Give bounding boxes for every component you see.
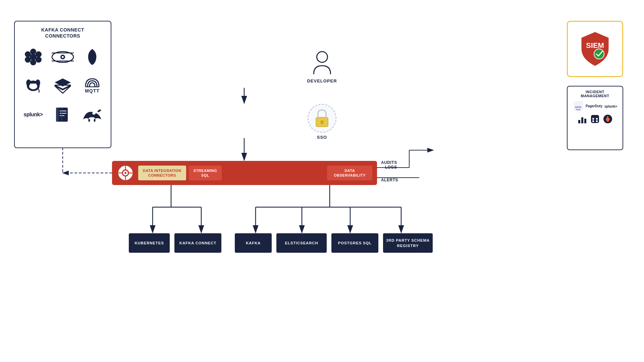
splunk-incident-logo: splunk> — [604, 103, 617, 109]
elephant-postgresql-icon — [21, 74, 45, 98]
pagerduty-logo: PagerDuty — [586, 104, 602, 108]
kubernetes-label: KUBERNETES — [135, 240, 164, 246]
sso-lock-icon — [308, 104, 336, 133]
svg-rect-60 — [591, 115, 599, 123]
schema-registry-label: 3RD PARTY SCHEMA REGISTRY — [386, 238, 430, 248]
svg-point-32 — [62, 56, 64, 58]
slack-icon — [590, 114, 600, 124]
audits-logs-label: AUDITSLOGS — [381, 160, 397, 170]
alerts-label: ALERTS — [381, 178, 398, 182]
kafka-connect-box: KAFKA CONNECTCONNECTORS cassandra — [14, 21, 111, 148]
svg-text:DOG: DOG — [576, 109, 581, 111]
svg-rect-64 — [596, 120, 598, 122]
splunk-text: splunk> — [23, 112, 43, 118]
mqtt-label: MQTT — [85, 88, 100, 94]
kubernetes-box: KUBERNETES — [129, 233, 170, 253]
incident-management-box: INCIDENTMANAGEMENT DATA DOG PagerDuty sp… — [567, 86, 623, 150]
flower-icon — [21, 45, 45, 69]
svg-rect-57 — [578, 120, 580, 123]
fire-icon — [603, 114, 613, 124]
svg-point-27 — [30, 54, 37, 60]
tab-data-integration[interactable]: DATA INTEGRATIONCONNECTORS — [138, 166, 186, 180]
incident-title: INCIDENTMANAGEMENT — [570, 90, 620, 98]
incident-logos-top: DATA DOG PagerDuty splunk> — [570, 101, 620, 111]
siem-box: SIEM — [567, 21, 623, 77]
kafka-connect-box-bottom: KAFKA CONNECT — [174, 233, 221, 253]
svg-rect-59 — [584, 119, 586, 123]
svg-text:DATA: DATA — [575, 106, 581, 108]
developer-person-icon — [310, 50, 334, 76]
book-icon — [51, 103, 75, 127]
elasticsearch-box: ELSTICSEARCH — [276, 233, 327, 253]
svg-point-66 — [317, 52, 327, 62]
postgres-sql-label: POSTGRES SQL — [338, 240, 372, 246]
kafka-box-title: KAFKA CONNECTCONNECTORS — [20, 27, 105, 39]
siem-content: SIEM — [578, 31, 612, 67]
main-bar-logo — [118, 166, 133, 180]
svg-rect-44 — [58, 108, 68, 122]
svg-rect-45 — [56, 108, 59, 122]
tab-streaming-sql[interactable]: STREAMINGSQL — [189, 166, 222, 180]
kafka-icons-grid: cassandra — [20, 45, 105, 127]
svg-point-52 — [594, 49, 604, 59]
sso-label: SSO — [317, 135, 327, 140]
svg-rect-61 — [592, 118, 594, 120]
elasticsearch-label: ELSTICSEARCH — [285, 240, 318, 246]
leaf-mongodb-icon — [80, 45, 104, 69]
bar-chart-icon — [577, 114, 587, 124]
svg-marker-42 — [55, 86, 71, 93]
svg-rect-62 — [596, 118, 598, 120]
postgres-sql-box: POSTGRES SQL — [331, 233, 378, 253]
mqtt-icon: MQTT — [80, 74, 104, 98]
kafka-box-bottom: KAFKA — [235, 233, 272, 253]
pagerduty-text: PagerDuty — [586, 104, 602, 108]
orca-icon — [80, 103, 104, 127]
svg-point-38 — [30, 83, 32, 85]
tab-data-observability[interactable]: DATAOBSERVABILITY — [327, 166, 372, 180]
kafka-connect-label: KAFKA CONNECT — [179, 240, 216, 246]
svg-point-50 — [92, 112, 96, 115]
tab-data-integration-label: DATA INTEGRATIONCONNECTORS — [143, 168, 181, 178]
developer-label: DEVELOPER — [307, 78, 337, 83]
layers-icon — [51, 74, 75, 98]
svg-text:SIEM: SIEM — [586, 41, 604, 50]
tab-data-observability-label: DATAOBSERVABILITY — [334, 168, 366, 178]
sso-block: SSO — [308, 104, 336, 140]
main-bar: DATA INTEGRATIONCONNECTORS STREAMINGSQL … — [112, 161, 377, 185]
splunk-incident-text: splunk> — [604, 105, 617, 108]
svg-point-72 — [124, 172, 126, 174]
svg-point-39 — [35, 83, 36, 85]
svg-rect-58 — [581, 117, 583, 123]
incident-logos-bottom — [570, 114, 620, 124]
tab-streaming-sql-label: STREAMINGSQL — [194, 168, 217, 178]
kafka-label: KAFKA — [246, 240, 261, 246]
datadog-logo: DATA DOG — [573, 101, 584, 111]
svg-rect-63 — [592, 120, 594, 122]
eye-cassandra-icon: cassandra — [51, 45, 75, 69]
splunk-kafka-icon: splunk> — [21, 103, 45, 127]
schema-registry-box: 3RD PARTY SCHEMA REGISTRY — [383, 233, 433, 253]
svg-rect-69 — [321, 122, 323, 124]
developer-block: DEVELOPER — [307, 50, 337, 83]
